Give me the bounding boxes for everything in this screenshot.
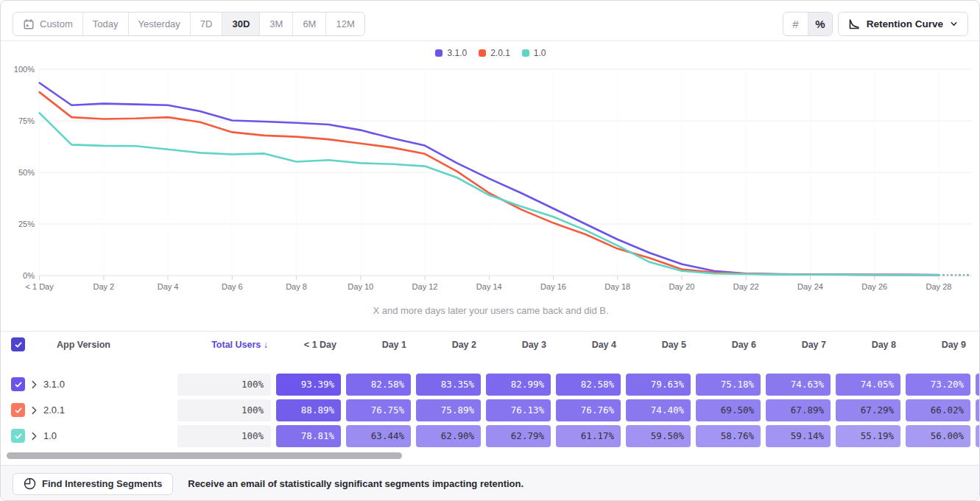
expand-chevron-right-icon[interactable] [32,406,37,415]
row-checkbox-3.1.0[interactable] [11,377,25,391]
date-range-30d[interactable]: 30D [222,13,259,35]
column-header-day-3[interactable]: Day 3 [486,332,551,358]
svg-text:< 1 Day: < 1 Day [25,282,54,291]
retention-cell-1.0-day-0[interactable]: 78.81% [276,425,341,447]
app-version-label: 3.1.0 [43,374,65,396]
date-range-label: Today [93,18,119,29]
retention-cell-2.0.1-day-9[interactable]: 66.02% [906,399,970,421]
retention-chart: 0%25%50%75%100%< 1 DayDay 2Day 4Day 6Day… [1,41,980,325]
retention-cell-3.1.0-day-7[interactable]: 74.63% [766,374,831,396]
app-version-label: 2.0.1 [43,399,65,421]
date-range-7d[interactable]: 7D [190,13,222,35]
date-range-3m[interactable]: 3M [259,13,292,35]
retention-cell-3.1.0-day-3[interactable]: 82.99% [486,374,551,396]
chart-type-label: Retention Curve [867,18,943,29]
date-range-label: Yesterday [138,18,180,29]
table-row-1.0: 1.0100%78.81%63.44%62.90%62.79%61.17%59.… [1,425,980,447]
select-all-checkbox[interactable] [11,337,25,351]
column-header-day-6[interactable]: Day 6 [696,332,761,358]
footer-bar: Find Interesting Segments Receive an ema… [1,465,979,501]
column-header-day-2[interactable]: Day 2 [416,332,481,358]
retention-cell-partial[interactable] [976,425,980,447]
retention-cell-1.0-day-4[interactable]: 61.17% [556,425,621,447]
toolbar: CustomTodayYesterday7D30D3M6M12M #% Rete… [1,1,979,41]
percent-values-toggle[interactable]: % [808,13,832,35]
retention-cell-2.0.1-day-7[interactable]: 67.89% [766,399,831,421]
total-users-cell: 100% [177,399,271,421]
svg-text:0%: 0% [23,271,35,280]
retention-cell-1.0-day-8[interactable]: 55.19% [836,425,900,447]
svg-text:Day 6: Day 6 [222,282,243,291]
retention-table: App VersionTotal Users ↓< 1 DayDay 1Day … [1,325,980,452]
column-header-total-users-sort[interactable]: Total Users ↓ [177,332,271,358]
retention-cell-3.1.0-day-8[interactable]: 74.05% [836,374,900,396]
svg-text:Day 12: Day 12 [412,282,438,291]
chart-series-lines [40,83,971,276]
find-interesting-segments-button[interactable]: Find Interesting Segments [13,473,173,495]
retention-cell-2.0.1-day-2[interactable]: 75.89% [416,399,481,421]
svg-text:Day 10: Day 10 [348,282,373,291]
chart-caption: X and more days later your users came ba… [1,305,980,316]
retention-cell-partial[interactable] [976,374,980,396]
retention-cell-3.1.0-day-9[interactable]: 73.20% [906,374,970,396]
svg-text:50%: 50% [18,168,35,177]
date-range-6m[interactable]: 6M [292,13,325,35]
date-range-label: 6M [303,18,316,29]
svg-text:25%: 25% [18,220,35,228]
retention-cell-1.0-day-3[interactable]: 62.79% [486,425,551,447]
retention-cell-1.0-day-7[interactable]: 59.14% [766,425,831,447]
retention-cell-3.1.0-day-5[interactable]: 79.63% [626,374,691,396]
retention-cell-2.0.1-day-4[interactable]: 76.76% [556,399,621,421]
retention-report-card: CustomTodayYesterday7D30D3M6M12M #% Rete… [0,0,980,501]
row-checkbox-1.0[interactable] [11,429,25,443]
date-range-label: 12M [336,18,354,29]
retention-cell-2.0.1-day-5[interactable]: 74.40% [626,399,691,421]
retention-cell-3.1.0-day-2[interactable]: 83.35% [416,374,481,396]
absolute-values-toggle[interactable]: # [783,13,808,35]
column-header-day-4[interactable]: Day 4 [556,332,621,358]
column-header-day-7[interactable]: Day 7 [766,332,831,358]
svg-text:100%: 100% [14,65,35,74]
svg-text:Day 8: Day 8 [286,282,307,291]
date-range-today[interactable]: Today [82,13,128,35]
date-range-yesterday[interactable]: Yesterday [128,13,190,35]
retention-cell-1.0-day-9[interactable]: 56.00% [906,425,970,447]
retention-cell-2.0.1-day-0[interactable]: 88.89% [276,399,341,421]
svg-text:Day 22: Day 22 [733,282,759,291]
retention-cell-1.0-day-5[interactable]: 59.50% [626,425,691,447]
table-header-row: App VersionTotal Users ↓< 1 DayDay 1Day … [1,331,980,357]
total-users-cell: 100% [177,425,271,447]
retention-cell-3.1.0-day-6[interactable]: 75.18% [696,374,761,396]
svg-text:Day 28: Day 28 [926,282,952,291]
chart-type-dropdown[interactable]: Retention Curve [838,12,968,36]
retention-cell-partial[interactable] [976,399,980,421]
date-range-label: 30D [232,18,250,29]
column-header-day-0[interactable]: < 1 Day [276,332,341,358]
svg-text:Day 14: Day 14 [476,282,502,291]
retention-cell-1.0-day-2[interactable]: 62.90% [416,425,481,447]
expand-chevron-right-icon[interactable] [32,380,37,389]
column-header-day-9[interactable]: Day 9 [906,332,970,358]
retention-cell-1.0-day-1[interactable]: 63.44% [346,425,411,447]
retention-cell-2.0.1-day-8[interactable]: 67.29% [836,399,900,421]
date-range-custom[interactable]: Custom [13,13,82,35]
retention-curve-icon [848,18,860,30]
expand-chevron-right-icon[interactable] [32,432,37,441]
date-range-12m[interactable]: 12M [325,13,364,35]
horizontal-scrollbar-thumb[interactable] [7,452,402,459]
retention-cell-2.0.1-day-1[interactable]: 76.75% [346,399,411,421]
row-checkbox-2.0.1[interactable] [11,403,25,417]
chart-gridlines [39,69,972,280]
column-header-day-5[interactable]: Day 5 [626,332,691,358]
retention-cell-2.0.1-day-6[interactable]: 69.50% [696,399,761,421]
find-segments-label: Find Interesting Segments [42,478,162,489]
retention-cell-3.1.0-day-0[interactable]: 93.39% [276,374,341,396]
retention-chart-area: 3.1.02.0.11.0 0%25%50%75%100%< 1 DayDay … [1,41,980,325]
retention-cell-3.1.0-day-1[interactable]: 82.58% [346,374,411,396]
footer-message: Receive an email of statistically signif… [188,478,524,489]
retention-cell-3.1.0-day-4[interactable]: 82.58% [556,374,621,396]
column-header-day-1[interactable]: Day 1 [346,332,411,358]
column-header-day-8[interactable]: Day 8 [836,332,900,358]
retention-cell-1.0-day-6[interactable]: 58.76% [696,425,761,447]
retention-cell-2.0.1-day-3[interactable]: 76.13% [486,399,551,421]
